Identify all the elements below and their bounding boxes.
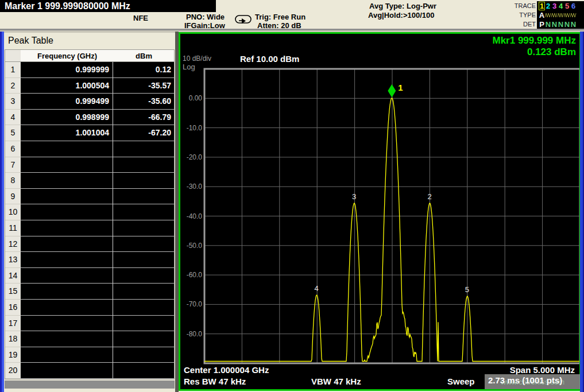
peak-table-header-dbm: dBm <box>114 50 174 61</box>
peak-row-index: 4 <box>5 110 21 126</box>
trace-button-1[interactable]: 1 <box>539 2 545 10</box>
peak-table-header-frequency: Frequency (GHz) <box>21 50 114 61</box>
peak-row-dbm <box>113 220 174 236</box>
watermark-box: www.cntronics.com 2.73 ms (1001 pts) <box>485 374 581 389</box>
peak-row-frequency <box>21 268 113 284</box>
y-axis-label: -80.0 <box>187 330 203 338</box>
peak-row-index: 6 <box>5 141 21 157</box>
peak-row-frequency <box>21 300 113 316</box>
peak-label: 5 <box>465 285 469 294</box>
trace-button-2[interactable]: 2 <box>545 2 551 10</box>
waveform-icon <box>564 11 570 19</box>
trace-caption: TRACE <box>504 2 536 9</box>
marker-readout-frequency: Mkr1 999.999 MHz <box>492 35 576 46</box>
trace-type-indicator-1: A <box>539 11 545 20</box>
peak-row-frequency <box>21 363 113 379</box>
trace-button-6[interactable]: 6 <box>570 2 577 10</box>
peak-row-index: 3 <box>5 94 21 110</box>
trace-button-3[interactable]: 3 <box>551 2 558 10</box>
scale-per-div-label: 10 dB/div <box>183 55 211 63</box>
res-bw-label: Res BW 47 kHz <box>184 377 246 386</box>
peak-row-index: 11 <box>5 220 21 236</box>
peak-row-frequency <box>21 173 113 189</box>
trace-type-indicator-3 <box>551 11 558 20</box>
waveform-icon <box>558 11 564 19</box>
peak-row-dbm <box>113 157 174 173</box>
peak-row-index: 8 <box>5 173 21 189</box>
peak-table-row: 51.001004-67.20 <box>5 125 174 141</box>
peak-row-frequency <box>21 204 113 220</box>
peak-row-index: 16 <box>5 300 21 316</box>
marker-readout-amplitude: 0.123 dBm <box>527 46 576 58</box>
peak-table-row: 40.998999-66.79 <box>5 110 174 126</box>
vbw-label: VBW 47 kHz <box>311 377 361 386</box>
peak-table-row: 19 <box>5 347 174 363</box>
y-axis-label: 0.00 <box>189 94 203 102</box>
active-function-readout: Marker 1 999.999080000 MHz <box>0 0 216 12</box>
sweep-label: Sweep <box>447 377 475 386</box>
peak-table-row: 11 <box>5 220 174 236</box>
trace-type-indicator-6 <box>570 11 577 20</box>
peak-label: 4 <box>315 284 319 293</box>
peak-table-row: 12 <box>5 236 174 253</box>
peak-table-header: Frequency (GHz) dBm <box>5 50 174 62</box>
peak-table-row: 7 <box>5 157 174 173</box>
peak-row-frequency <box>21 157 113 173</box>
peak-table-row: 18 <box>5 331 174 347</box>
pno-indicator: PNO: Wide <box>186 13 225 21</box>
peak-row-dbm <box>113 268 174 284</box>
continuous-sweep-icon[interactable] <box>234 14 253 28</box>
peak-row-index: 12 <box>5 236 21 253</box>
y-axis-label: -60.0 <box>187 271 203 279</box>
peak-row-dbm <box>113 363 174 379</box>
trace-button-5[interactable]: 5 <box>564 2 570 10</box>
peak-label: 3 <box>352 192 356 201</box>
peak-table-row: 8 <box>5 173 174 189</box>
peak-row-index: 5 <box>5 125 21 141</box>
peak-row-dbm <box>113 141 174 157</box>
trace-type-indicator-4 <box>558 11 564 20</box>
y-axis-label: -50.0 <box>187 242 203 250</box>
peak-row-dbm <box>113 347 174 363</box>
peak-table-scrollbar[interactable] <box>5 381 175 389</box>
y-axis-label: -10.0 <box>187 124 203 132</box>
log-scale-label: Log <box>183 63 195 71</box>
nfe-indicator: NFE <box>133 14 148 22</box>
sweep-value: 2.73 ms (1001 pts) <box>488 375 562 385</box>
peak-row-index: 10 <box>5 204 21 220</box>
peak-row-frequency <box>21 252 113 268</box>
peak-row-frequency: 1.000504 <box>21 78 113 94</box>
spectrum-plot[interactable]: 0.00-10.0-20.0-30.0-40.0-50.0-60.0-70.0-… <box>180 34 579 389</box>
trace-det-indicator-2: N <box>545 20 551 29</box>
peak-row-index: 14 <box>5 268 21 284</box>
peak-table-row: 15 <box>5 284 174 300</box>
trace-det-indicator-4: N <box>558 20 564 29</box>
peak-row-dbm: -35.57 <box>113 78 174 94</box>
peak-table-row: 30.999499-35.60 <box>5 94 174 110</box>
peak-table-row: 16 <box>5 300 174 316</box>
y-axis-label: -30.0 <box>187 183 203 191</box>
marker-diamond-icon[interactable] <box>388 84 396 98</box>
trace-button-4[interactable]: 4 <box>558 2 564 10</box>
trace-det-indicator-3: N <box>551 20 558 29</box>
peak-row-dbm <box>113 284 174 300</box>
peak-row-index: 20 <box>5 363 21 379</box>
peak-row-frequency <box>21 331 113 347</box>
peak-row-frequency <box>21 189 113 205</box>
analyzer-screen: Marker 1 999.999080000 MHz NFE PNO: Wide… <box>0 0 584 392</box>
window-frame-right <box>580 32 584 392</box>
peak-row-dbm: -67.20 <box>113 125 174 141</box>
y-axis-label: -40.0 <box>187 212 203 220</box>
peak-table-title: Peak Table <box>8 36 53 46</box>
peak-row-dbm <box>113 316 174 332</box>
span-label: Span 5.000 MHz <box>510 365 575 375</box>
trace-det-indicator-1: P <box>539 20 545 29</box>
waveform-icon <box>551 11 558 19</box>
peak-row-frequency: 1.001004 <box>21 125 113 141</box>
peak-table-row: 21.000504-35.57 <box>5 78 174 94</box>
peak-row-frequency <box>21 347 113 363</box>
peak-row-index: 17 <box>5 316 21 332</box>
peak-row-dbm <box>113 300 174 316</box>
peak-row-index: 19 <box>5 347 21 363</box>
peak-row-index: 7 <box>5 157 21 173</box>
